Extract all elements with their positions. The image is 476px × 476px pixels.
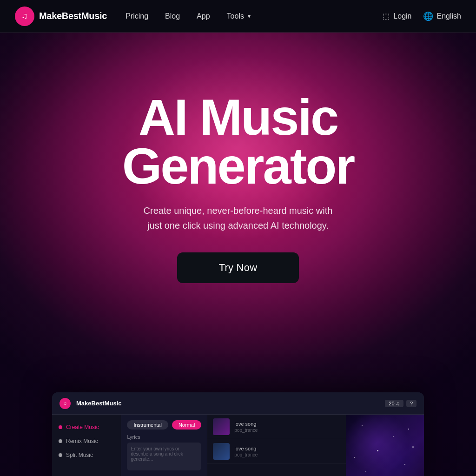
logo-icon: ♫ [15,7,34,26]
app-title-small: MakeBestMusic [76,400,379,407]
language-selector[interactable]: 🌐 English [423,11,461,21]
sidebar-dot-icon [59,453,62,457]
app-preview: ♫ MakeBestMusic 20 ♫ ? Create Music Remi… [52,392,424,476]
nav-app[interactable]: App [197,12,210,20]
login-icon: ⬚ [383,12,390,20]
sidebar-remix-label: Remix Music [66,438,98,444]
login-button[interactable]: ⬚ Login [383,12,411,20]
sidebar-create-music[interactable]: Create Music [52,420,121,434]
hero-title: AI Music Generator [122,93,354,190]
app-badge-help: ? [406,400,416,407]
sidebar-remix-music[interactable]: Remix Music [52,434,121,448]
app-badges: 20 ♫ ? [385,400,416,407]
track-info-1: love song pop_trance [234,421,340,433]
sidebar-create-label: Create Music [66,424,99,430]
sidebar-split-music[interactable]: Split Music [52,448,121,462]
chevron-down-icon: ▾ [248,13,251,20]
lang-label: English [437,12,461,20]
lyrics-label: Lyrics [127,434,201,440]
nav-tools-dropdown[interactable]: Tools ▾ [227,12,251,20]
sidebar-dot-icon [59,439,62,443]
nav-links: Pricing Blog App Tools ▾ [126,12,383,20]
track-item-1: love song pop_trance [207,415,346,439]
track-name-2: love song [234,446,340,451]
hero-section: AI Music Generator Create unique, never-… [0,33,476,476]
track-name-1: love song [234,421,340,427]
track-genre-2: pop_trance [234,452,340,457]
normal-button[interactable]: Normal [172,420,201,430]
nav-pricing[interactable]: Pricing [126,12,148,20]
globe-icon: 🌐 [423,11,433,21]
lyrics-textarea[interactable]: Enter your own lyrics or describe a song… [127,443,201,470]
try-now-button[interactable]: Try Now [177,252,299,283]
app-logo-small: ♫ [60,398,71,409]
hero-content: AI Music Generator Create unique, never-… [0,33,476,283]
app-badge-credits: 20 ♫ [385,400,403,407]
nav-right: ⬚ Login 🌐 English [383,11,461,21]
app-body: Create Music Remix Music Split Music Ins… [52,415,424,476]
app-tracks-panel: love song pop_trance love song pop_tranc… [207,415,346,476]
nav-blog[interactable]: Blog [165,12,180,20]
app-main-panel: Instrumental Normal Lyrics Enter your ow… [121,415,207,476]
track-genre-1: pop_trance [234,428,340,433]
lyrics-placeholder: Enter your own lyrics or describe a song… [131,446,183,462]
logo-link[interactable]: ♫ MakeBestMusic [15,7,107,26]
logo-text: MakeBestMusic [39,11,107,21]
instrumental-button[interactable]: Instrumental [127,420,168,430]
nav-tools-label: Tools [227,12,244,20]
app-image-preview [346,415,424,476]
hero-subtitle: Create unique, never-before-heard music … [140,203,336,233]
track-info-2: love song pop_trance [234,446,340,457]
app-mode-controls: Instrumental Normal [127,420,201,430]
track-thumbnail-1 [213,418,230,435]
track-thumbnail-2 [213,443,230,460]
track-item-2: love song pop_trance [207,439,346,464]
hero-title-line2: Generator [122,137,354,194]
stars-decoration [346,415,424,476]
sidebar-split-label: Split Music [66,452,93,458]
app-sidebar: Create Music Remix Music Split Music [52,415,121,476]
login-label: Login [393,12,411,20]
sidebar-dot-icon [59,425,62,429]
app-preview-header: ♫ MakeBestMusic 20 ♫ ? [52,392,424,415]
navbar: ♫ MakeBestMusic Pricing Blog App Tools ▾… [0,0,476,33]
